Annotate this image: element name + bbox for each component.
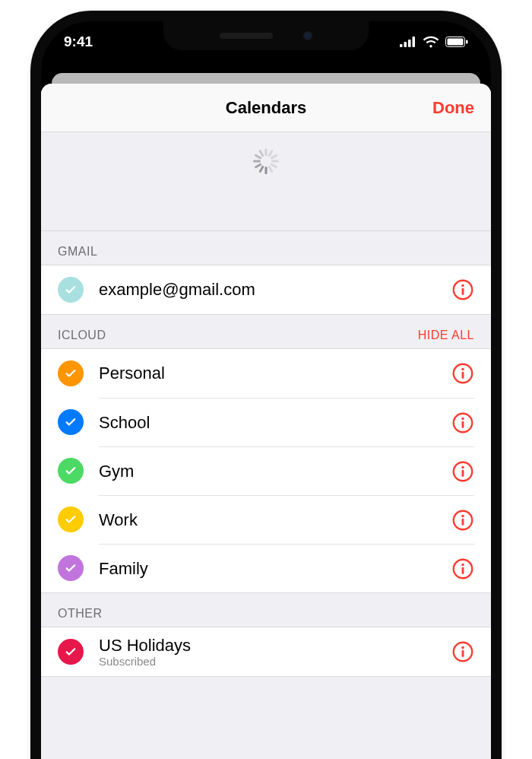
svg-point-8 bbox=[461, 284, 464, 287]
row-inner: US HolidaysSubscribed bbox=[99, 627, 474, 676]
section-rows-gmail: example@gmail.com bbox=[41, 265, 491, 315]
device-frame: 9:41 Calendars Done GMAILexample bbox=[30, 11, 502, 759]
calendar-row[interactable]: Work bbox=[41, 495, 491, 544]
spinner-icon bbox=[252, 148, 280, 175]
svg-point-17 bbox=[461, 465, 464, 468]
label-wrap: School bbox=[99, 413, 451, 433]
calendar-row[interactable]: School bbox=[41, 398, 491, 446]
refresh-area bbox=[41, 132, 491, 231]
section-header-gmail: GMAIL bbox=[41, 231, 491, 265]
section-header-label: OTHER bbox=[58, 607, 103, 621]
section-header-icloud: ICLOUDHIDE ALL bbox=[41, 315, 491, 348]
svg-rect-12 bbox=[462, 372, 464, 379]
checkmark-icon bbox=[58, 360, 84, 386]
label-wrap: Family bbox=[99, 559, 451, 579]
svg-rect-21 bbox=[462, 518, 464, 525]
calendar-label: example@gmail.com bbox=[99, 280, 451, 300]
section-header-label: GMAIL bbox=[58, 245, 97, 259]
svg-rect-6 bbox=[466, 40, 468, 44]
svg-point-11 bbox=[461, 368, 464, 371]
checkmark-icon bbox=[58, 409, 84, 435]
row-inner: Personal bbox=[99, 349, 474, 398]
label-wrap: Personal bbox=[99, 364, 451, 383]
section-rows-other: US HolidaysSubscribed bbox=[41, 627, 491, 677]
screen: 9:41 Calendars Done GMAILexample bbox=[41, 21, 491, 759]
calendar-sublabel: Subscribed bbox=[99, 655, 451, 668]
row-inner: Family bbox=[99, 544, 474, 592]
wifi-icon bbox=[423, 36, 439, 48]
svg-rect-0 bbox=[400, 44, 403, 47]
info-button[interactable] bbox=[451, 557, 474, 580]
cellular-icon bbox=[400, 37, 416, 47]
svg-point-20 bbox=[461, 514, 464, 517]
svg-rect-2 bbox=[408, 40, 411, 47]
label-wrap: Work bbox=[99, 510, 451, 530]
status-time: 9:41 bbox=[64, 33, 93, 50]
battery-icon bbox=[445, 37, 468, 47]
checkmark-icon bbox=[58, 458, 84, 484]
nav-bar: Calendars Done bbox=[41, 84, 491, 132]
calendar-label: US Holidays bbox=[99, 636, 451, 656]
section-rows-icloud: PersonalSchoolGymWorkFamily bbox=[41, 348, 491, 593]
calendar-label: Work bbox=[99, 510, 451, 530]
calendar-row[interactable]: Family bbox=[41, 544, 491, 592]
checkmark-icon bbox=[58, 507, 84, 532]
row-inner: Gym bbox=[99, 446, 474, 495]
notch bbox=[163, 21, 369, 50]
svg-rect-15 bbox=[462, 421, 464, 427]
done-button[interactable]: Done bbox=[432, 98, 474, 118]
modal-stack: Calendars Done GMAILexample@gmail.comICL… bbox=[41, 73, 491, 759]
front-camera bbox=[303, 31, 312, 40]
page-title: Calendars bbox=[226, 98, 306, 118]
svg-rect-18 bbox=[462, 469, 464, 476]
label-wrap: US HolidaysSubscribed bbox=[99, 636, 451, 668]
svg-point-14 bbox=[461, 417, 464, 420]
info-button[interactable] bbox=[451, 278, 474, 301]
checkmark-icon bbox=[58, 555, 84, 581]
row-inner: example@gmail.com bbox=[99, 265, 474, 314]
status-indicators bbox=[400, 36, 468, 48]
section-header-other: OTHER bbox=[41, 593, 491, 627]
speaker-grille bbox=[220, 33, 273, 39]
row-inner: Work bbox=[99, 495, 474, 544]
calendar-row[interactable]: US HolidaysSubscribed bbox=[41, 627, 491, 676]
svg-rect-27 bbox=[462, 650, 464, 657]
calendar-label: Family bbox=[99, 559, 451, 579]
label-wrap: example@gmail.com bbox=[99, 280, 451, 300]
svg-point-26 bbox=[461, 646, 464, 649]
info-button[interactable] bbox=[451, 640, 474, 663]
info-button[interactable] bbox=[451, 362, 474, 385]
info-button[interactable] bbox=[451, 509, 474, 532]
section-header-label: ICLOUD bbox=[58, 329, 106, 342]
svg-rect-9 bbox=[462, 288, 464, 295]
row-inner: School bbox=[99, 398, 474, 446]
svg-rect-1 bbox=[404, 42, 407, 47]
svg-rect-5 bbox=[448, 39, 464, 46]
calendar-label: Personal bbox=[99, 364, 451, 383]
calendar-label: School bbox=[99, 413, 451, 433]
checkmark-icon bbox=[58, 277, 84, 303]
calendar-row[interactable]: example@gmail.com bbox=[41, 265, 491, 314]
svg-rect-24 bbox=[462, 567, 464, 573]
info-button[interactable] bbox=[451, 460, 474, 483]
info-button[interactable] bbox=[451, 411, 474, 434]
calendar-row[interactable]: Gym bbox=[41, 446, 491, 495]
calendars-sheet: Calendars Done GMAILexample@gmail.comICL… bbox=[41, 84, 491, 759]
svg-point-23 bbox=[461, 563, 464, 566]
label-wrap: Gym bbox=[99, 462, 451, 481]
calendar-label: Gym bbox=[99, 462, 451, 481]
hide-all-button[interactable]: HIDE ALL bbox=[418, 329, 474, 342]
checkmark-icon bbox=[58, 639, 84, 665]
calendar-row[interactable]: Personal bbox=[41, 349, 491, 398]
svg-rect-3 bbox=[413, 37, 416, 47]
